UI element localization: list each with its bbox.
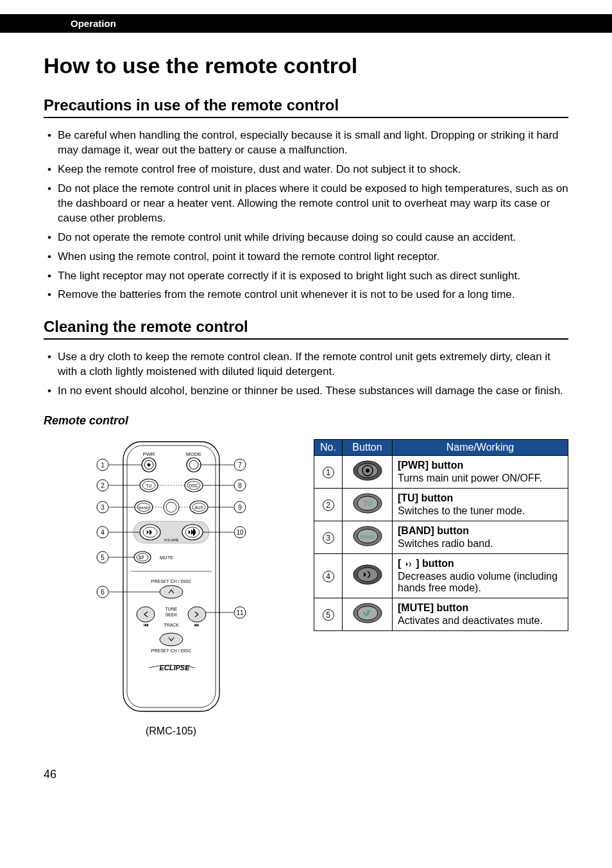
label-aux: AUX xyxy=(194,505,203,510)
svg-text:TU: TU xyxy=(363,500,371,507)
cell-button-icon xyxy=(343,598,393,631)
list-item: Do not place the remote control unit in … xyxy=(44,182,568,226)
th-working: Name/Working xyxy=(393,440,568,456)
remote-diagram: PWR MODE TU xyxy=(72,438,271,720)
heading-precautions: Precautions in use of the remote control xyxy=(44,96,568,118)
cell-no: 2 xyxy=(314,489,343,521)
svg-point-35 xyxy=(160,633,183,646)
button-name: [MUTE] button xyxy=(398,602,563,614)
heading-remote-figure: Remote control xyxy=(44,414,568,428)
table-row: 1[PWR] buttonTurns main unit power ON/OF… xyxy=(314,456,568,489)
circled-number-icon: 5 xyxy=(323,609,334,621)
cell-button-icon: TU xyxy=(343,489,393,521)
list-item: Remove the batteries from the remote con… xyxy=(44,288,568,302)
cleaning-list: Use a dry cloth to keep the remote contr… xyxy=(44,350,568,399)
svg-text:SEEK: SEEK xyxy=(165,612,177,617)
svg-text:8: 8 xyxy=(238,482,242,489)
cell-desc: [TU] buttonSwitches to the tuner mode. xyxy=(393,489,568,521)
pwr-icon xyxy=(351,459,384,485)
svg-text:⏭: ⏭ xyxy=(194,622,200,628)
button-table: No. Button Name/Working 1[PWR] buttonTur… xyxy=(314,439,568,631)
label-band: BAND xyxy=(138,506,149,510)
cell-no: 3 xyxy=(314,521,343,554)
svg-point-29 xyxy=(137,607,155,622)
label-volume: VOLUME xyxy=(164,538,179,542)
cell-button-icon xyxy=(343,554,393,598)
button-work: Turns main unit power ON/OFF. xyxy=(398,473,563,484)
svg-text:⏮: ⏮ xyxy=(144,622,149,628)
circled-number-icon: 4 xyxy=(323,571,334,582)
brand-label: ECLIPSE xyxy=(159,664,190,672)
svg-point-80 xyxy=(357,568,378,582)
button-name: [TU] button xyxy=(398,492,563,504)
cell-no: 4 xyxy=(314,554,343,598)
button-name: [BAND] button xyxy=(398,525,563,537)
circled-number-icon: 3 xyxy=(323,532,334,544)
circled-number-icon: 1 xyxy=(323,467,334,478)
page-number: 46 xyxy=(44,768,612,781)
table-row: 4[ ] buttonDecreases audio volume (inclu… xyxy=(314,554,568,598)
volume-down-icon xyxy=(404,560,413,569)
button-name: [ ] button xyxy=(398,558,563,569)
th-no: No. xyxy=(314,440,343,456)
svg-text:TUNE: TUNE xyxy=(165,607,177,611)
svg-text:6: 6 xyxy=(101,589,105,596)
label-pwr: PWR xyxy=(142,451,155,457)
svg-text:10: 10 xyxy=(236,529,244,536)
table-row: 3BAND[BAND] buttonSwitches radio band. xyxy=(314,521,568,554)
circled-number-icon: 2 xyxy=(323,499,334,511)
list-item: When using the remote control, point it … xyxy=(44,250,568,265)
label-mute: MUTE xyxy=(160,555,173,560)
voldown-icon xyxy=(351,563,384,589)
table-row: 5[MUTE] buttonActivates and deactivates … xyxy=(314,598,568,631)
page-title: How to use the remote control xyxy=(44,53,568,78)
button-work: Switches to the tuner mode. xyxy=(398,505,563,517)
svg-point-4 xyxy=(147,464,150,467)
remote-caption: (RMC-105) xyxy=(44,725,298,737)
table-row: 2TU[TU] buttonSwitches to the tuner mode… xyxy=(314,489,568,521)
band-icon: BAND xyxy=(351,525,384,550)
list-item: In no event should alcohol, benzine or t… xyxy=(44,384,568,399)
label-disc: DISC xyxy=(189,483,199,488)
button-work: Decreases audio volume (including hands … xyxy=(398,571,563,594)
cell-button-icon xyxy=(343,456,393,489)
cell-desc: [PWR] buttonTurns main unit power ON/OFF… xyxy=(393,456,568,489)
svg-text:1: 1 xyxy=(101,462,105,469)
list-item: Do not operate the remote control unit w… xyxy=(44,230,568,245)
cell-desc: [MUTE] buttonActivates and deactivates m… xyxy=(393,598,568,631)
label-preset-top: PRESET CH / DISC xyxy=(151,579,191,584)
cell-desc: [ ] buttonDecreases audio volume (includ… xyxy=(393,554,568,598)
button-work: Activates and deactivates mute. xyxy=(398,615,563,627)
list-item: Use a dry cloth to keep the remote contr… xyxy=(44,350,568,379)
precautions-list: Be careful when handling the control, es… xyxy=(44,128,568,302)
section-header-label: Operation xyxy=(71,18,116,29)
svg-text:3: 3 xyxy=(101,504,105,511)
remote-figure: PWR MODE TU xyxy=(44,438,298,737)
svg-point-72 xyxy=(366,469,370,473)
cell-desc: [BAND] buttonSwitches radio band. xyxy=(393,521,568,554)
heading-cleaning: Cleaning the remote control xyxy=(44,318,568,340)
label-track: TRACK xyxy=(164,623,179,627)
list-item: Keep the remote control free of moisture… xyxy=(44,162,568,177)
section-header: Operation xyxy=(0,14,612,33)
list-item: The light receptor may not operate corre… xyxy=(44,269,568,284)
label-mode: MODE xyxy=(186,451,201,457)
label-preset-bottom: PRESET CH / DISC xyxy=(151,648,191,653)
svg-text:11: 11 xyxy=(236,609,244,616)
svg-point-30 xyxy=(188,607,206,622)
svg-point-28 xyxy=(160,586,183,598)
button-work: Switches radio band. xyxy=(398,538,563,550)
svg-text:7: 7 xyxy=(238,462,242,469)
mute-icon xyxy=(351,602,384,627)
list-item: Be careful when handling the control, es… xyxy=(44,128,568,158)
cell-button-icon: BAND xyxy=(343,521,393,554)
button-name: [PWR] button xyxy=(398,460,563,471)
cell-no: 5 xyxy=(314,598,343,631)
svg-text:9: 9 xyxy=(238,504,242,511)
svg-text:5: 5 xyxy=(101,554,105,561)
cell-no: 1 xyxy=(314,456,343,489)
tu-icon: TU xyxy=(351,492,384,517)
th-button: Button xyxy=(343,440,393,456)
label-tu: TU xyxy=(146,483,151,488)
svg-text:BAND: BAND xyxy=(360,534,374,540)
